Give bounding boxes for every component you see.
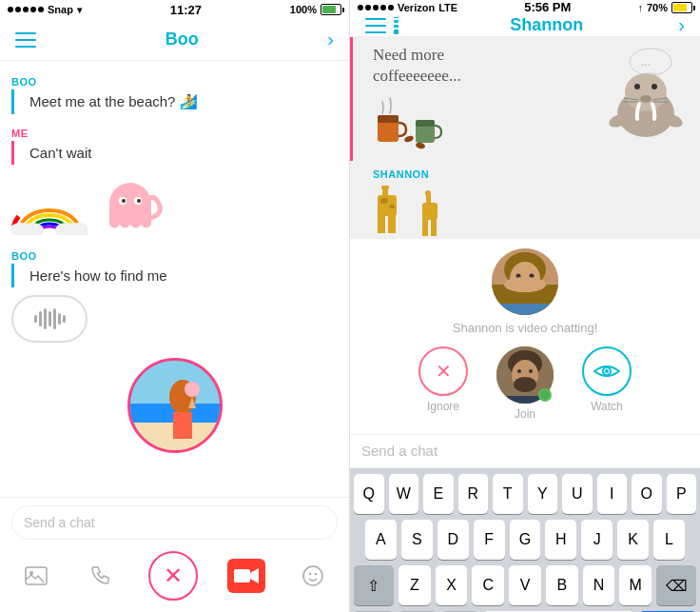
eye-icon (593, 362, 620, 381)
message-boo-2: Here's how to find me (11, 264, 349, 287)
svg-point-48 (640, 95, 651, 103)
svg-rect-70 (496, 304, 554, 315)
chart-icon[interactable] (394, 17, 415, 34)
key-f[interactable]: F (474, 520, 505, 560)
dot-r1 (358, 5, 363, 10)
key-m[interactable]: M (619, 565, 651, 605)
rainbow-sticker (11, 183, 88, 235)
battery-pct-left: 100% (290, 4, 317, 15)
handwritten-line1: Need more (373, 45, 461, 66)
battery-pct-right: 70% (647, 2, 668, 13)
key-r[interactable]: R (458, 474, 489, 514)
phone-icon-left[interactable] (84, 559, 118, 593)
svg-rect-52 (388, 214, 396, 233)
key-x[interactable]: X (436, 565, 468, 605)
svg-point-29 (309, 573, 311, 575)
key-t[interactable]: T (493, 474, 523, 514)
sender-boo-2: BOO (0, 245, 349, 264)
hamburger-line2 (15, 39, 36, 41)
ignore-button[interactable]: ✕ (418, 346, 468, 396)
key-a[interactable]: A (365, 520, 397, 560)
dot-r2 (365, 5, 371, 10)
giraffe-area (361, 182, 689, 239)
hamburger-menu-left[interactable] (15, 32, 36, 48)
svg-point-79 (605, 369, 609, 373)
shannon-label: SHANNON (361, 165, 689, 182)
key-g[interactable]: G (510, 520, 541, 560)
video-thumb-area (0, 350, 349, 461)
chevron-right-right[interactable]: › (678, 14, 685, 36)
send-chat-right[interactable]: Send a chat (350, 434, 700, 468)
key-l[interactable]: L (653, 520, 685, 560)
image-icon-left[interactable] (19, 559, 53, 593)
key-z[interactable]: Z (399, 565, 431, 605)
key-h[interactable]: H (545, 520, 576, 560)
svg-rect-32 (378, 115, 399, 123)
key-v[interactable]: V (509, 565, 541, 605)
left-bottom-bar: Send a chat ✕ (0, 497, 349, 612)
key-b[interactable]: B (546, 565, 578, 605)
send-chat-left[interactable]: Send a chat (11, 505, 338, 540)
key-y[interactable]: Y (528, 474, 558, 514)
bar5 (53, 308, 56, 329)
emoji-icon-left[interactable] (296, 559, 330, 593)
dot-r4 (380, 5, 386, 10)
key-n[interactable]: N (583, 565, 615, 605)
hamburger-menu-right[interactable] (365, 18, 386, 33)
keyboard-row-1: Q W E R T Y U I O P (350, 468, 700, 514)
key-w[interactable]: W (389, 474, 419, 514)
key-s[interactable]: S (401, 520, 433, 560)
delete-key[interactable]: ⌫ (656, 565, 696, 605)
dot1 (8, 7, 13, 12)
svg-point-43 (651, 84, 657, 89)
key-d[interactable]: D (438, 520, 469, 560)
key-c[interactable]: C (472, 565, 504, 605)
key-k[interactable]: K (617, 520, 649, 560)
status-bar-left: Snap ▾ 11:27 100% (0, 0, 349, 19)
sender-boo-1: BOO (0, 70, 349, 89)
svg-rect-59 (431, 219, 437, 236)
chat-area-left: BOO Meet me at the beach? 🏄 ME Can't wai… (0, 61, 349, 497)
svg-point-62 (425, 190, 431, 196)
key-e[interactable]: E (423, 474, 454, 514)
svg-text:...: ... (641, 55, 651, 69)
key-i[interactable]: I (597, 474, 628, 514)
hr-line3 (365, 31, 386, 33)
svg-point-57 (389, 205, 395, 208)
svg-rect-21 (173, 412, 192, 439)
watch-button[interactable] (582, 346, 632, 396)
chevron-right-left[interactable]: › (327, 29, 334, 50)
image-svg (25, 566, 48, 585)
signal-dots-left (8, 7, 44, 12)
cancel-button-left[interactable]: ✕ (148, 551, 198, 601)
keyboard-area: Q W E R T Y U I O P A S D F G H J K L ⇧ … (350, 468, 700, 612)
key-u[interactable]: U (562, 474, 593, 514)
phone-svg (90, 565, 111, 586)
key-j[interactable]: J (581, 520, 612, 560)
svg-point-30 (315, 573, 317, 575)
shift-key[interactable]: ⇧ (354, 565, 394, 605)
chart-bar4 (394, 30, 399, 34)
battery-right: ↑ 70% (637, 2, 692, 13)
cancel-x-icon: ✕ (164, 563, 183, 589)
svg-point-36 (415, 142, 425, 149)
walrus-sticker: ... (603, 45, 689, 140)
video-thumbnail[interactable] (127, 358, 223, 453)
video-camera-button[interactable] (227, 559, 265, 593)
audio-bubble[interactable] (11, 295, 88, 343)
key-q[interactable]: Q (354, 474, 384, 514)
bottom-toolbar-left: ✕ (11, 547, 338, 604)
dot4 (30, 7, 36, 12)
chart-bar2 (394, 20, 399, 23)
ignore-btn-wrap: ✕ Ignore (418, 346, 468, 413)
key-o[interactable]: O (632, 474, 662, 514)
svg-rect-12 (109, 204, 151, 225)
chat-title-left: Boo (36, 30, 327, 49)
battery-icon-right (671, 2, 692, 13)
battery-fill-left (322, 6, 336, 13)
key-p[interactable]: P (667, 474, 697, 514)
svg-point-35 (403, 135, 414, 144)
bar6 (58, 313, 61, 325)
dot-r5 (388, 5, 394, 10)
svg-point-15 (122, 199, 126, 203)
